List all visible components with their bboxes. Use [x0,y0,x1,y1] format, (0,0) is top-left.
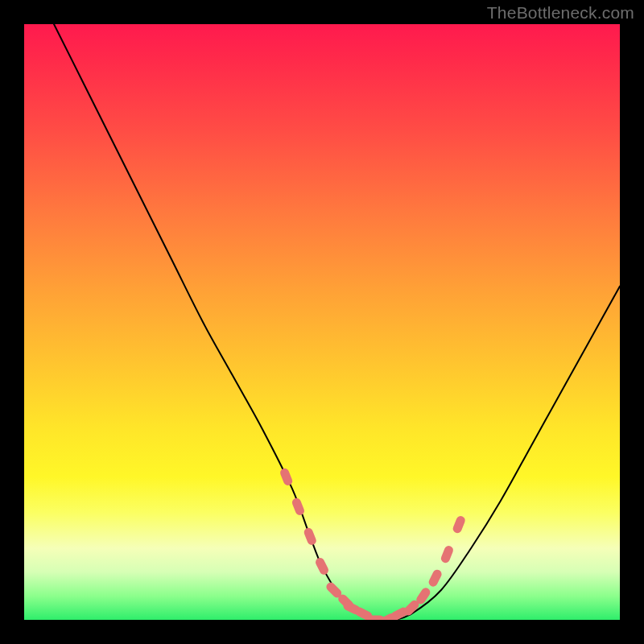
highlight-marker [314,556,330,576]
highlight-marker [440,544,454,564]
highlight-marker [452,514,466,535]
chart-frame: TheBottleneck.com [0,0,644,644]
highlight-marker [291,497,305,517]
chart-svg [24,24,620,620]
highlight-marker [303,526,317,547]
plot-area [24,24,620,620]
highlight-markers [279,467,466,620]
bottleneck-curve [54,24,620,620]
highlight-marker [279,467,293,487]
watermark-text: TheBottleneck.com [487,3,634,23]
highlight-marker [427,568,444,588]
